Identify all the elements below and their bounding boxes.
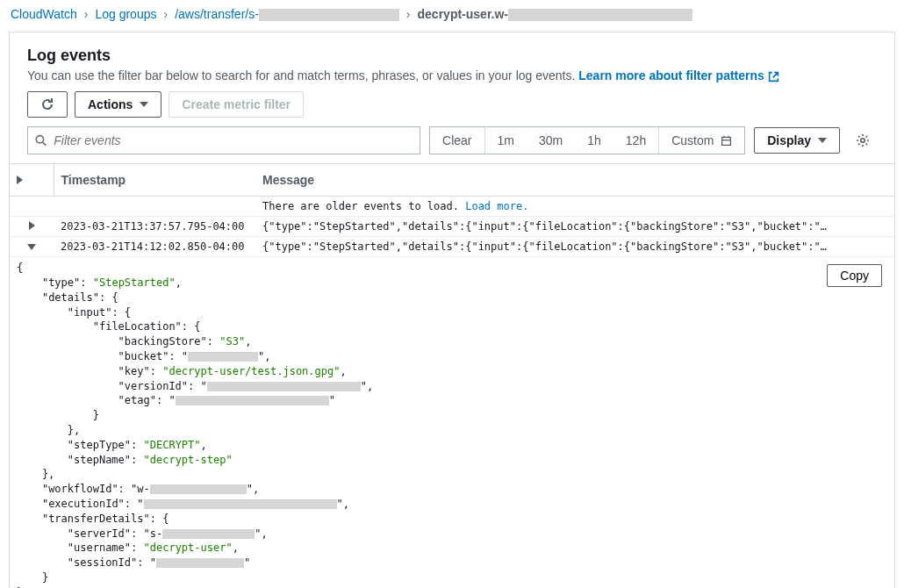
filter-bar: Clear 1m 30m 1h 12h Custom Display — [10, 126, 894, 163]
cell-timestamp: 2023-03-21T14:12:02.850-04:00 — [54, 237, 255, 257]
chevron-right-icon: › — [163, 7, 168, 21]
gear-icon — [856, 133, 870, 147]
cell-timestamp: 2023-03-21T13:37:57.795-04:00 — [54, 217, 255, 237]
svg-rect-2 — [722, 137, 731, 145]
table-row: 2023-03-21T13:37:57.795-04:00 {"type":"S… — [10, 217, 894, 237]
expand-all-header[interactable] — [10, 164, 54, 197]
breadcrumb-current: decrypt-user.w- — [418, 7, 692, 21]
filter-events-input[interactable] — [54, 133, 413, 147]
chevron-right-icon: › — [406, 7, 411, 21]
caret-down-icon — [140, 102, 148, 107]
breadcrumb-l3[interactable]: /aws/transfer/s- — [175, 7, 399, 21]
svg-point-0 — [36, 136, 43, 143]
log-events-table: Timestamp Message There are older events… — [10, 163, 894, 588]
learn-more-link[interactable]: Learn more about filter patterns — [578, 68, 778, 82]
toolbar: Actions Create metric filter — [10, 82, 894, 126]
cell-message: {"type":"StepStarted","details":{"input"… — [255, 237, 894, 257]
redacted — [259, 9, 399, 21]
range-12h[interactable]: 12h — [613, 127, 658, 154]
caret-down-icon — [818, 138, 827, 143]
breadcrumb-l2[interactable]: Log groups — [95, 7, 156, 21]
redacted — [508, 9, 692, 21]
table-row: 2023-03-21T14:12:02.850-04:00 {"type":"S… — [10, 237, 894, 257]
json-preview: { "type": "StepStarted", "details": { "i… — [17, 261, 887, 588]
calendar-icon — [721, 135, 732, 147]
log-events-panel: Log events You can use the filter bar be… — [9, 32, 895, 588]
settings-button[interactable] — [849, 126, 877, 154]
breadcrumb-l1[interactable]: CloudWatch — [11, 7, 77, 21]
refresh-icon — [40, 97, 54, 111]
create-metric-filter-button: Create metric filter — [169, 91, 304, 118]
breadcrumb: CloudWatch › Log groups › /aws/transfer/… — [0, 0, 904, 28]
actions-button[interactable]: Actions — [75, 91, 161, 118]
range-1m[interactable]: 1m — [484, 127, 527, 154]
collapse-row-toggle[interactable] — [27, 244, 36, 250]
svg-line-1 — [43, 142, 47, 146]
load-older-row: There are older events to load. Load mor… — [10, 197, 894, 217]
expand-row-toggle[interactable] — [29, 221, 35, 230]
cell-message: {"type":"StepStarted","details":{"input"… — [255, 217, 894, 237]
search-icon — [35, 134, 47, 147]
clear-time-button[interactable]: Clear — [430, 127, 484, 154]
copy-button[interactable]: Copy — [827, 264, 882, 287]
external-link-icon — [768, 71, 779, 82]
range-1h[interactable]: 1h — [575, 127, 613, 154]
chevron-right-icon: › — [84, 7, 89, 21]
range-custom[interactable]: Custom — [658, 127, 744, 154]
display-button[interactable]: Display — [754, 127, 840, 154]
time-range-selector: Clear 1m 30m 1h 12h Custom — [429, 126, 745, 154]
load-more-link[interactable]: Load more. — [465, 200, 528, 212]
refresh-button[interactable] — [27, 91, 68, 118]
filter-input-wrap[interactable] — [27, 126, 420, 154]
range-30m[interactable]: 30m — [527, 127, 575, 154]
page-title: Log events — [27, 47, 877, 65]
expanded-json-row: Copy { "type": "StepStarted", "details":… — [10, 257, 894, 588]
page-description: You can use the filter bar below to sear… — [27, 68, 877, 82]
th-message[interactable]: Message — [255, 164, 894, 197]
th-timestamp[interactable]: Timestamp — [54, 164, 255, 197]
svg-point-6 — [861, 139, 865, 142]
